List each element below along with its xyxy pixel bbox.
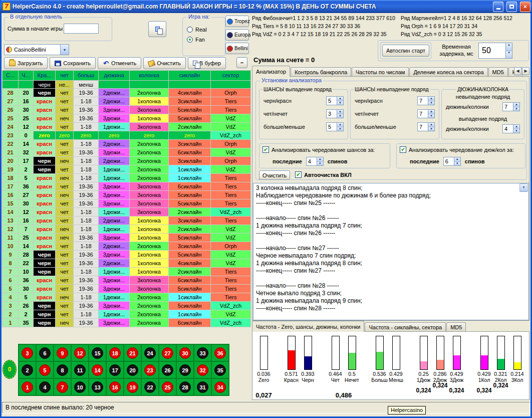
open-folder-button[interactable]: Загрузить (4, 57, 48, 69)
tab-main-0[interactable]: Анализатор (252, 66, 290, 77)
setting-stepper-2-3-down-arrow[interactable]: ▼ (513, 129, 519, 133)
board-cell-6[interactable]: 6 (36, 344, 54, 361)
setting-stepper-0-2-up-arrow[interactable]: ▲ (337, 123, 343, 127)
setting-stepper-0-1-down-arrow[interactable]: ▼ (337, 114, 343, 118)
delay-up-arrow[interactable]: ▲ (506, 43, 512, 51)
board-cell-31[interactable]: 31 (194, 378, 211, 395)
radio-circle[interactable] (187, 37, 193, 43)
board-cell-7[interactable]: 7 (54, 378, 71, 395)
alternation-left-checkbox[interactable]: ✔ (262, 146, 269, 153)
setting-stepper-1-0-down-arrow[interactable]: ▼ (428, 101, 434, 105)
setting-stepper-2-1-up-arrow[interactable]: ▲ (513, 103, 519, 107)
tab-main-4[interactable]: MD5 (488, 67, 508, 77)
board-cell-1[interactable]: 1 (19, 378, 36, 395)
setting-stepper-0-0-down-arrow[interactable]: ▼ (337, 101, 343, 105)
setting-stepper-0-1-up-arrow[interactable]: ▲ (337, 110, 343, 114)
casino-button-bellini[interactable]: Bellini (225, 43, 249, 54)
setting-stepper-1-1-down-arrow[interactable]: ▼ (428, 114, 434, 118)
board-cell-35[interactable]: 35 (211, 361, 229, 378)
save-disk-button[interactable]: Сохранить (50, 57, 96, 69)
casino-button-tropez[interactable]: Tropez (225, 16, 249, 27)
chevron-down-icon[interactable]: ▼ (60, 45, 69, 55)
radio-circle[interactable] (187, 27, 193, 33)
board-cell-21[interactable]: 21 (124, 344, 141, 361)
board-cell-17[interactable]: 17 (106, 361, 124, 378)
board-cell-26[interactable]: 26 (159, 361, 176, 378)
setting-stepper-1-2[interactable]: 7▲▼ (417, 122, 435, 131)
setting-stepper-1-0-up-arrow[interactable]: ▲ (428, 97, 434, 101)
tab-main-3[interactable]: Деление колеса на сектора (409, 67, 487, 77)
alternation-right-checkbox[interactable]: ✔ (400, 146, 406, 153)
detach-panel-button[interactable] (148, 21, 166, 37)
copy-clipboard-button[interactable]: В буфер (188, 57, 226, 69)
tab-frequency-0[interactable]: Частота - Zero, шансы, дюжины, колонки (252, 321, 364, 332)
board-cell-23[interactable]: 23 (141, 361, 159, 378)
autoclear-checkbox[interactable]: ✔ (295, 171, 302, 178)
board-cell-9[interactable]: 9 (54, 344, 71, 361)
setting-stepper-2-3-up-arrow[interactable]: ▲ (513, 125, 519, 129)
setting-stepper-1-2-down-arrow[interactable]: ▼ (428, 127, 434, 131)
board-cell-33[interactable]: 33 (194, 344, 211, 361)
maximize-button[interactable] (506, 2, 517, 12)
board-cell-28[interactable]: 28 (176, 378, 194, 395)
board-cell-30[interactable]: 30 (176, 344, 194, 361)
close-button[interactable]: × (520, 2, 530, 12)
board-cell-36[interactable]: 36 (211, 344, 229, 361)
tab-frequency-1[interactable]: Частота - сиклайны, сектора (365, 322, 446, 332)
titlebar[interactable]: 7 HelperCasino 4.0 - create helperroulle… (0, 0, 532, 13)
board-cell-18[interactable]: 18 (106, 344, 124, 361)
log-scrollbar[interactable]: ▲ ▼ (519, 184, 528, 191)
board-cell-10[interactable]: 10 (71, 378, 89, 395)
setting-stepper-2-1[interactable]: 7▲▼ (502, 102, 520, 111)
board-cell-24[interactable]: 24 (141, 344, 159, 361)
tab-scroll-right-icon[interactable]: ▶ (522, 67, 529, 75)
tab-scroll-left-icon[interactable]: ◀ (514, 67, 521, 75)
board-cell-4[interactable]: 4 (36, 378, 54, 395)
board-cell-15[interactable]: 15 (89, 344, 106, 361)
setting-stepper-0-0[interactable]: 5▲▼ (326, 96, 344, 105)
start-sum-input[interactable] (64, 24, 99, 34)
board-cell-27[interactable]: 27 (159, 344, 176, 361)
board-cell-19[interactable]: 19 (124, 378, 141, 395)
setting-stepper-0-2[interactable]: 5▲▼ (326, 122, 344, 131)
board-cell-12[interactable]: 12 (71, 344, 89, 361)
setting-stepper-1-0[interactable]: 7▲▼ (417, 96, 435, 105)
setting-stepper-1-1[interactable]: 7▲▼ (417, 109, 435, 118)
board-cell-34[interactable]: 34 (211, 378, 229, 395)
tab-main-2[interactable]: Частоты по числам (352, 67, 409, 77)
board-cell-14[interactable]: 14 (89, 361, 106, 378)
clear-analysis-button[interactable]: Очистить (259, 170, 290, 180)
casino-button-europa[interactable]: Europa (225, 29, 249, 41)
tab-main-1[interactable]: Контроль банкролла (291, 67, 351, 77)
tab-frequency-2[interactable]: MD5 (446, 322, 466, 332)
alternation-left-stepper[interactable]: 4 ▲▼ (306, 157, 324, 166)
board-cell-2[interactable]: 2 (19, 361, 36, 378)
board-cell-3[interactable]: 3 (19, 344, 36, 361)
alt-right-down-arrow[interactable]: ▼ (454, 162, 460, 166)
board-cell-5[interactable]: 5 (36, 361, 54, 378)
setting-stepper-2-3[interactable]: 4▲▼ (502, 124, 520, 133)
board-cell-20[interactable]: 20 (124, 361, 141, 378)
board-cell-8[interactable]: 8 (54, 361, 71, 378)
board-cell-16[interactable]: 16 (106, 378, 124, 395)
scroll-down-icon[interactable]: ▼ (519, 183, 528, 191)
alt-left-up-arrow[interactable]: ▲ (317, 157, 323, 162)
board-cell-22[interactable]: 22 (141, 378, 159, 395)
board-cell-29[interactable]: 29 (176, 361, 194, 378)
setting-stepper-1-1-up-arrow[interactable]: ▲ (428, 110, 434, 114)
board-cell-13[interactable]: 13 (89, 378, 106, 395)
board-cell-32[interactable]: 32 (194, 361, 211, 378)
setting-stepper-1-2-up-arrow[interactable]: ▲ (428, 123, 434, 127)
board-zero-cell[interactable]: 0 (3, 360, 16, 378)
alternation-right-stepper[interactable]: 6 ▲▼ (443, 157, 461, 166)
casino-select[interactable]: CasinoBellini ▼ (4, 44, 69, 55)
delay-stepper[interactable]: 50 ▲ ▼ (478, 43, 512, 59)
board-cell-25[interactable]: 25 (159, 378, 176, 395)
analysis-log[interactable]: 3 колонка невыпадала подряд 8 спин;Наблю… (253, 183, 529, 320)
delay-down-arrow[interactable]: ▼ (506, 51, 512, 59)
setting-stepper-2-1-down-arrow[interactable]: ▼ (513, 107, 519, 111)
board-cell-11[interactable]: 11 (71, 361, 89, 378)
setting-stepper-0-1[interactable]: 3▲▼ (326, 109, 344, 118)
collapse-button[interactable]: − (236, 57, 247, 68)
undo-arrow-button[interactable]: ↶Отменить (98, 57, 141, 69)
